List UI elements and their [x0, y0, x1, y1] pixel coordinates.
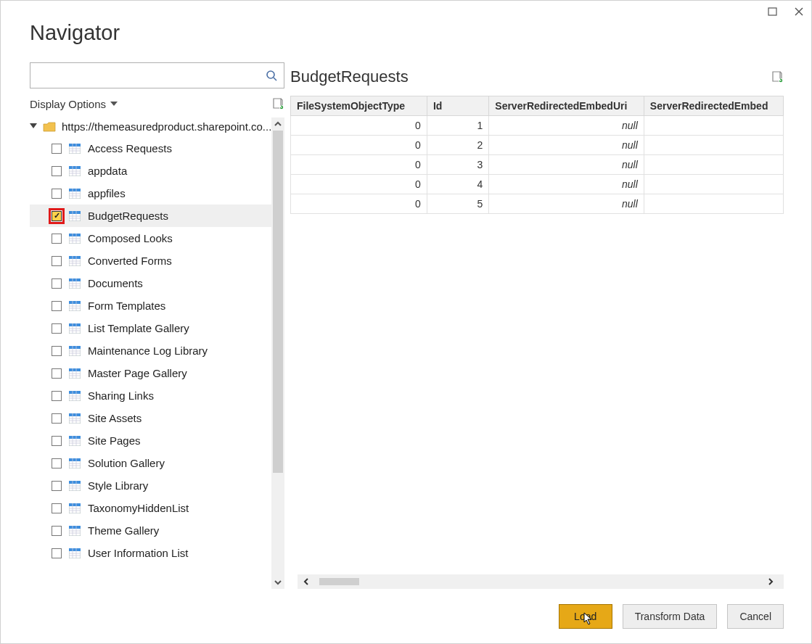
tree-item-checkbox[interactable]: [52, 548, 62, 558]
table-icon: [69, 413, 81, 424]
scroll-right-icon[interactable]: [766, 577, 779, 586]
folder-icon: [43, 122, 56, 132]
tree-item-label: Composed Looks: [88, 232, 173, 244]
svg-marker-8: [30, 123, 37, 128]
tree-item-label: Site Assets: [88, 412, 142, 424]
scroll-down-icon[interactable]: [271, 576, 284, 589]
tree-item[interactable]: Maintenance Log Library: [30, 339, 271, 362]
navigator-left-pane: Display Options https://themeasuredprodu…: [30, 62, 284, 589]
svg-rect-28: [69, 211, 81, 214]
tree-item-checkbox[interactable]: [52, 481, 62, 491]
tree-item-checkbox[interactable]: [52, 526, 62, 536]
table-row[interactable]: 05null: [291, 194, 784, 214]
hscroll-thumb[interactable]: [319, 578, 359, 585]
tree-vertical-scrollbar[interactable]: [271, 117, 284, 589]
tree-item-checkbox[interactable]: [52, 346, 62, 356]
tree-item-checkbox[interactable]: [52, 413, 62, 424]
tree-item[interactable]: Theme Gallery: [30, 519, 271, 542]
close-icon[interactable]: [794, 7, 804, 17]
preview-title: BudgetRequests: [290, 67, 409, 86]
refresh-preview-icon[interactable]: [771, 70, 784, 83]
tree-item[interactable]: List Template Gallery: [30, 317, 271, 339]
column-header[interactable]: Id: [427, 96, 488, 116]
navigator-tree[interactable]: https://themeasuredproduct.sharepoint.co…: [30, 117, 271, 589]
transform-data-button[interactable]: Transform Data: [623, 604, 718, 629]
tree-item[interactable]: User Information List: [30, 542, 271, 564]
tree-item[interactable]: Access Requests: [30, 137, 271, 160]
svg-rect-76: [69, 391, 81, 394]
table-row[interactable]: 02null: [291, 136, 784, 155]
tree-item-checkbox[interactable]: [52, 166, 62, 176]
scroll-up-icon[interactable]: [271, 117, 284, 131]
tree-item[interactable]: Site Pages: [30, 429, 271, 452]
tree-item[interactable]: Composed Looks: [30, 227, 271, 249]
cancel-label: Cancel: [739, 611, 771, 622]
tree-item-label: Style Library: [88, 479, 148, 492]
table-row[interactable]: 04null: [291, 175, 784, 194]
tree-item-checkbox[interactable]: [52, 211, 62, 221]
tree-root[interactable]: https://themeasuredproduct.sharepoint.co…: [30, 117, 271, 136]
preview-table[interactable]: FileSystemObjectTypeIdServerRedirectedEm…: [290, 96, 784, 214]
column-header[interactable]: ServerRedirectedEmbedUri: [489, 96, 644, 116]
column-header[interactable]: FileSystemObjectType: [291, 96, 427, 116]
tree-item[interactable]: Style Library: [30, 474, 271, 497]
table-cell: 1: [427, 116, 488, 136]
table-cell: [644, 175, 783, 194]
tree-item-checkbox[interactable]: [52, 278, 62, 289]
tree-item-label: TaxonomyHiddenList: [88, 502, 189, 514]
svg-rect-88: [69, 436, 81, 439]
maximize-icon[interactable]: [768, 7, 778, 17]
table-icon: [69, 278, 81, 289]
tree-item[interactable]: TaxonomyHiddenList: [30, 497, 271, 519]
cancel-button[interactable]: Cancel: [727, 604, 784, 629]
tree-item-checkbox[interactable]: [52, 503, 62, 513]
tree-item[interactable]: Documents: [30, 272, 271, 294]
table-cell: null: [489, 116, 644, 136]
table-row[interactable]: 03null: [291, 155, 784, 175]
column-header[interactable]: ServerRedirectedEmbed: [644, 96, 783, 116]
scroll-thumb[interactable]: [273, 131, 283, 473]
tree-item-checkbox[interactable]: [52, 301, 62, 311]
table-icon: [69, 526, 81, 536]
table-row[interactable]: 01null: [291, 116, 784, 136]
tree-item-checkbox[interactable]: [52, 234, 62, 244]
table-icon: [69, 503, 81, 513]
search-icon[interactable]: [265, 69, 278, 82]
tree-item[interactable]: appfiles: [30, 182, 271, 205]
table-icon: [69, 458, 81, 468]
scroll-left-icon[interactable]: [302, 577, 315, 586]
refresh-icon[interactable]: [271, 97, 284, 110]
search-input[interactable]: [36, 69, 265, 82]
svg-rect-34: [69, 234, 81, 236]
tree-item[interactable]: Sharing Links: [30, 384, 271, 407]
tree-item-checkbox[interactable]: [52, 189, 62, 199]
tree-item-label: List Template Gallery: [88, 322, 189, 334]
tree-item-checkbox[interactable]: [52, 368, 62, 379]
load-button-label: Load: [574, 611, 596, 622]
tree-item-checkbox[interactable]: [52, 256, 62, 266]
tree-item-checkbox[interactable]: [52, 458, 62, 468]
table-icon: [69, 481, 81, 491]
tree-item-label: User Information List: [88, 547, 188, 559]
svg-rect-46: [69, 278, 81, 281]
tree-item[interactable]: Converted Forms: [30, 249, 271, 272]
tree-item[interactable]: Site Assets: [30, 407, 271, 429]
tree-item-checkbox[interactable]: [52, 391, 62, 401]
collapse-icon[interactable]: [30, 123, 37, 131]
tree-item-checkbox[interactable]: [52, 436, 62, 446]
svg-rect-40: [69, 256, 81, 259]
tree-item[interactable]: appdata: [30, 160, 271, 182]
tree-item[interactable]: Solution Gallery: [30, 452, 271, 474]
preview-horizontal-scrollbar[interactable]: [298, 574, 784, 589]
tree-item-checkbox[interactable]: [52, 144, 62, 154]
table-cell: null: [489, 155, 644, 175]
display-options-dropdown[interactable]: Display Options: [30, 98, 118, 110]
load-button[interactable]: Load: [559, 604, 612, 629]
tree-item-label: Converted Forms: [88, 255, 172, 267]
search-box[interactable]: [30, 62, 284, 88]
tree-item[interactable]: BudgetRequests: [30, 205, 271, 227]
tree-item[interactable]: Master Page Gallery: [30, 362, 271, 384]
tree-item-label: Maintenance Log Library: [88, 344, 208, 357]
tree-item[interactable]: Form Templates: [30, 294, 271, 317]
tree-item-checkbox[interactable]: [52, 323, 62, 334]
